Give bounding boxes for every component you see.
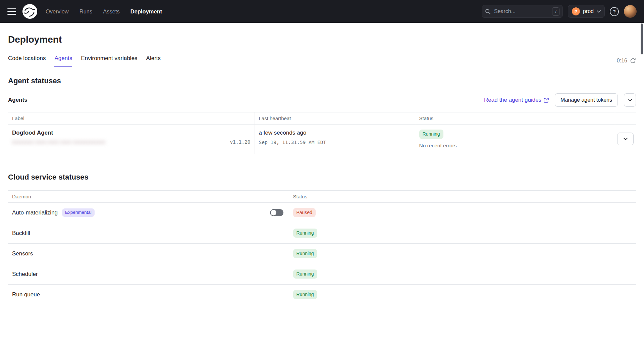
chevron-down-icon (624, 138, 628, 140)
caret-down-icon (628, 99, 632, 101)
agents-toolbar: Agents Read the agent guides Manage agen… (8, 93, 636, 107)
daemon-status-badge: Running (293, 249, 317, 258)
daemon-status-cell: Running (289, 243, 636, 264)
daemon-row-run-queue: Run queue Running (8, 284, 636, 305)
daemon-status-cell: Running (289, 264, 636, 284)
agent-guides-link[interactable]: Read the agent guides (484, 97, 549, 103)
agent-status-note: No recent errors (419, 143, 611, 149)
deployment-switcher-label: prod (583, 8, 594, 14)
user-avatar[interactable] (624, 5, 637, 18)
agent-id-redacted: xxxxxxxx-xxxx-xxxx-xxxx-xxxxxxxxxxxx (12, 139, 106, 145)
agent-expand-button[interactable] (617, 133, 634, 145)
daemon-name: Scheduler (12, 271, 38, 277)
nav-assets[interactable]: Assets (103, 8, 120, 15)
daemon-name-cell: Sensors (8, 243, 289, 264)
cloud-services-table: Daemon Status Auto-materializing Experim… (8, 190, 636, 305)
daemon-status-badge: Running (293, 270, 317, 279)
agents-toolbar-right: Read the agent guides Manage agent token… (484, 93, 636, 107)
refresh-group: 0:16 (617, 58, 636, 67)
top-navbar: Overview Runs Assets Deployment / P prod… (0, 0, 644, 23)
agent-label-cell: Dogfood Agent xxxxxxxx-xxxx-xxxx-xxxx-xx… (8, 125, 255, 154)
tab-bar: Code locations Agents Environment variab… (8, 55, 636, 67)
agent-statuses-heading: Agent statuses (8, 77, 636, 85)
daemon-row-auto-materializing: Auto-materializing Experimental Paused (8, 202, 636, 223)
daemon-name: Backfill (12, 230, 30, 236)
column-header-last-heartbeat: Last heartbeat (255, 112, 415, 125)
agent-version: v1.1.20 (230, 139, 250, 145)
agents-subheading: Agents (8, 97, 28, 103)
tab-alerts[interactable]: Alerts (146, 55, 161, 67)
daemon-name: Auto-materializing (12, 209, 58, 216)
main-content: Deployment Code locations Agents Environ… (0, 34, 644, 305)
cloud-table-header-row: Daemon Status (8, 190, 636, 202)
help-icon[interactable]: ? (610, 7, 619, 16)
refresh-timer: 0:16 (617, 58, 627, 64)
dagster-logo-icon (22, 4, 38, 19)
column-header-daemon-status: Status (289, 190, 636, 202)
daemon-name: Sensors (12, 250, 33, 257)
heartbeat-timestamp: Sep 19, 11:31:59 AM EDT (259, 140, 411, 145)
daemon-name-cell: Scheduler (8, 264, 289, 284)
column-header-status: Status (415, 112, 615, 125)
daemon-status-cell: Paused (289, 202, 636, 223)
daemon-status-badge: Paused (293, 208, 316, 217)
agent-actions-cell (615, 125, 636, 154)
daemon-row-scheduler: Scheduler Running (8, 264, 636, 284)
daemon-name: Run queue (12, 291, 40, 298)
external-link-icon (544, 98, 549, 103)
agent-heartbeat-cell: a few seconds ago Sep 19, 11:31:59 AM ED… (255, 125, 415, 154)
tabs: Code locations Agents Environment variab… (8, 55, 161, 67)
nav-runs[interactable]: Runs (79, 8, 93, 15)
daemon-name-cell: Run queue (8, 284, 289, 305)
page-title: Deployment (8, 34, 636, 45)
column-header-label: Label (8, 112, 255, 125)
daemon-row-backfill: Backfill Running (8, 223, 636, 243)
search-input[interactable] (493, 8, 549, 15)
daemon-row-sensors: Sensors Running (8, 243, 636, 264)
deployment-switcher[interactable]: P prod (568, 5, 605, 18)
experimental-badge: Experimental (62, 208, 95, 217)
agent-row: Dogfood Agent xxxxxxxx-xxxx-xxxx-xxxx-xx… (8, 125, 636, 154)
nav-deployment[interactable]: Deployment (130, 8, 162, 15)
toggle-knob (271, 210, 276, 215)
agent-name: Dogfood Agent (12, 130, 251, 136)
cloud-service-statuses-heading: Cloud service statuses (8, 173, 636, 182)
tab-code-locations[interactable]: Code locations (8, 55, 46, 67)
agent-guides-link-label: Read the agent guides (484, 97, 541, 103)
agent-status-badge: Running (419, 130, 443, 139)
heartbeat-relative: a few seconds ago (259, 130, 411, 136)
daemon-status-cell: Running (289, 284, 636, 305)
manage-agent-tokens-button[interactable]: Manage agent tokens (555, 93, 618, 107)
navbar-right-group: / P prod ? (482, 5, 637, 18)
search-icon (485, 9, 491, 14)
daemon-status-badge: Running (293, 290, 317, 299)
deployment-avatar: P (572, 7, 580, 15)
agents-table-header-row: Label Last heartbeat Status (8, 112, 636, 125)
refresh-icon[interactable] (630, 58, 636, 64)
agent-tokens-menu-button[interactable] (624, 93, 636, 107)
agents-table: Label Last heartbeat Status Dogfood Agen… (8, 112, 636, 154)
column-header-actions (615, 112, 636, 125)
chevron-down-icon (597, 10, 601, 13)
daemon-status-cell: Running (289, 223, 636, 243)
tab-agents[interactable]: Agents (54, 55, 72, 67)
scrollbar[interactable] (641, 23, 643, 54)
search-shortcut-key: / (552, 7, 559, 16)
main-nav: Overview Runs Assets Deployment (46, 8, 162, 15)
daemon-name-cell: Backfill (8, 223, 289, 243)
dagster-logo[interactable] (22, 4, 38, 19)
search-box[interactable]: / (482, 5, 563, 18)
nav-overview[interactable]: Overview (46, 8, 69, 15)
agent-status-cell: Running No recent errors (415, 125, 615, 154)
hamburger-menu-icon[interactable] (7, 8, 16, 15)
daemon-status-badge: Running (293, 229, 317, 238)
auto-materializing-toggle[interactable] (270, 209, 283, 216)
tab-environment-variables[interactable]: Environment variables (81, 55, 137, 67)
daemon-name-cell: Auto-materializing Experimental (8, 202, 289, 223)
column-header-daemon: Daemon (8, 190, 289, 202)
